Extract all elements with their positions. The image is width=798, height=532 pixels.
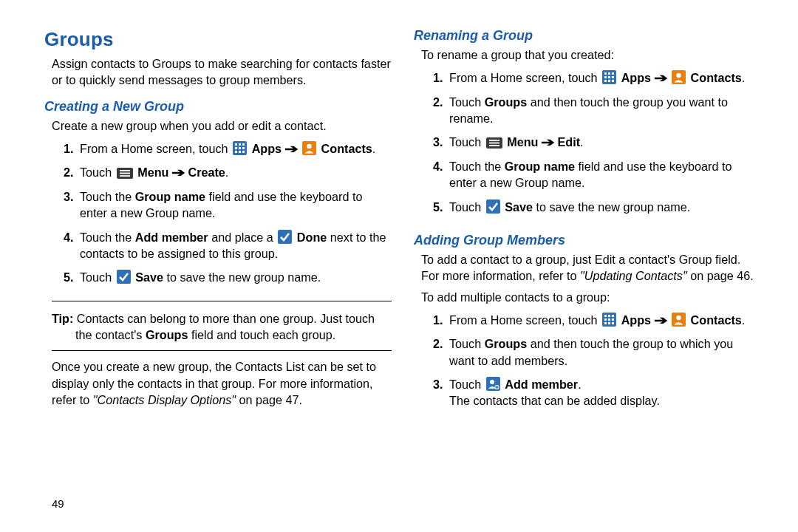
menu-label: Menu	[137, 166, 168, 179]
arrow-icon: ➔	[654, 312, 667, 328]
t: From a Home screen, touch	[80, 142, 231, 155]
svg-rect-40	[608, 318, 610, 321]
svg-rect-34	[486, 200, 500, 214]
renaming-steps: From a Home screen, touch Apps ➔ Contact…	[414, 67, 761, 222]
menu-icon	[117, 168, 133, 179]
svg-rect-51	[495, 386, 498, 388]
groups-label: Groups	[485, 95, 528, 109]
contacts-label: Contacts	[691, 313, 742, 327]
svg-rect-2	[239, 143, 241, 146]
t: Touch	[449, 135, 485, 149]
p: .	[742, 71, 746, 84]
heading-groups: Groups	[44, 28, 392, 51]
arrow-icon: ➔	[171, 164, 185, 180]
tip-label: Tip:	[52, 312, 73, 325]
t: From a Home screen, touch	[449, 71, 601, 84]
tip-block: Tip: Contacts can belong to more than on…	[52, 310, 384, 344]
left-column: Groups Assign contacts to Groups to make…	[44, 28, 392, 517]
svg-point-29	[676, 73, 681, 78]
svg-rect-8	[239, 151, 241, 153]
contacts-icon	[672, 70, 686, 84]
menu-label: Menu	[507, 135, 538, 149]
svg-rect-39	[604, 318, 607, 321]
apps-icon	[602, 313, 616, 327]
svg-rect-41	[612, 318, 614, 321]
creating-sub: Create a new group when you add or edit …	[52, 117, 392, 134]
svg-rect-25	[604, 80, 607, 82]
svg-rect-32	[489, 143, 499, 144]
t: to save the new group name.	[533, 200, 690, 214]
groupname-label: Group name	[135, 190, 205, 203]
add-person-icon	[486, 377, 500, 391]
t: Touch the	[80, 231, 135, 244]
svg-rect-43	[608, 322, 610, 324]
done-label: Done	[297, 231, 327, 244]
arrow-icon: ➔	[654, 69, 667, 86]
t: on page 46.	[687, 269, 754, 282]
svg-rect-9	[242, 151, 245, 153]
svg-rect-23	[608, 76, 610, 78]
step-5: Touch Save to save the new group name.	[446, 199, 761, 215]
t: on page 47.	[236, 393, 302, 406]
groupname-label: Group name	[505, 160, 575, 173]
groups-intro: Assign contacts to Groups to make search…	[52, 55, 392, 89]
svg-rect-37	[608, 315, 610, 317]
groups-label: Groups	[146, 328, 188, 341]
create-label: Create	[188, 166, 225, 179]
ref-updating-contacts: "Updating Contacts"	[580, 269, 687, 282]
renaming-sub: To rename a group that you created:	[421, 47, 761, 63]
svg-rect-36	[604, 315, 607, 317]
t: field and touch each group.	[188, 328, 335, 341]
heading-renaming-group: Renaming a Group	[414, 28, 761, 44]
apps-label: Apps	[621, 313, 651, 327]
step-3: Touch Add member. The contacts that can …	[446, 376, 761, 409]
svg-rect-31	[489, 140, 499, 141]
svg-rect-22	[604, 76, 607, 78]
contacts-label: Contacts	[691, 71, 742, 84]
svg-point-11	[307, 144, 311, 149]
contacts-label: Contacts	[321, 142, 372, 155]
heading-adding-members: Adding Group Members	[414, 233, 761, 248]
adding-steps: From a Home screen, touch Apps ➔ Contact…	[414, 310, 761, 417]
t: From a Home screen, touch	[449, 313, 601, 327]
svg-rect-33	[489, 146, 499, 147]
check-icon	[278, 230, 292, 244]
svg-rect-4	[235, 147, 237, 149]
p: .	[742, 313, 746, 327]
divider	[52, 301, 392, 301]
t: The contacts that can be added display.	[449, 394, 660, 407]
svg-rect-17	[117, 270, 131, 284]
creating-steps: From a Home screen, touch Apps ➔ Contact…	[44, 138, 392, 293]
svg-point-48	[490, 380, 494, 384]
svg-rect-14	[120, 173, 130, 174]
check-icon	[486, 200, 500, 214]
right-column: Renaming a Group To rename a group that …	[414, 28, 761, 517]
t: Contacts can belong to more than one gro…	[73, 312, 375, 325]
svg-rect-1	[235, 143, 237, 146]
ref-contacts-display: "Contacts Display Options"	[93, 393, 236, 406]
apps-icon	[602, 70, 616, 84]
p: .	[372, 142, 376, 155]
arrow-icon: ➔	[284, 140, 298, 157]
step-3: Touch Menu ➔ Edit.	[446, 134, 761, 150]
svg-rect-38	[612, 315, 614, 317]
t: the contact's	[75, 328, 146, 341]
edit-label: Edit	[557, 135, 580, 149]
t: Touch	[80, 270, 115, 284]
heading-creating-group: Creating a New Group	[44, 99, 392, 115]
svg-rect-26	[608, 80, 610, 82]
adding-sub2: To add multiple contacts to a group:	[421, 289, 761, 305]
t: Touch	[80, 166, 115, 179]
p: .	[578, 378, 582, 391]
page-number: 49	[52, 497, 64, 510]
menu-icon	[486, 137, 502, 149]
t: Touch	[449, 337, 485, 350]
p: .	[225, 166, 229, 179]
t: Touch the	[449, 160, 505, 173]
t: Touch the	[80, 190, 135, 203]
t: Touch	[449, 200, 485, 214]
step-5: Touch Save to save the new group name.	[77, 269, 392, 285]
step-2: Touch Groups and then touch the group to…	[446, 335, 761, 369]
t: Touch	[449, 378, 485, 391]
svg-rect-13	[120, 170, 130, 171]
